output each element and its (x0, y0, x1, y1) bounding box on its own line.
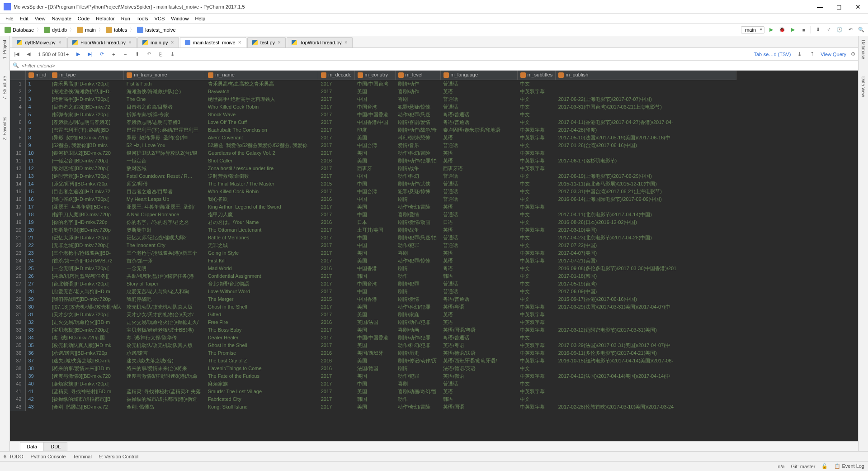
cell[interactable]: 42 (25, 395, 49, 403)
cell[interactable]: 拆弹专家/拆弹·专家 (124, 111, 205, 119)
cell[interactable]: [敌对区域][BD-mkv.720p.[ (49, 165, 124, 172)
cell[interactable]: [拆弹专家][HD-mkv.720p.[ (49, 111, 124, 119)
cell[interactable]: 粤语 (440, 265, 517, 272)
cell[interactable]: 动作/犯罪/惊悚 (395, 257, 440, 265)
table-row[interactable]: 3939[速度与激情8][BD-mkv.720速度与激情8/狂野时速8(港)/玩… (10, 372, 736, 380)
cell[interactable]: Shock Wave (205, 111, 318, 119)
cell[interactable]: 普通话 (440, 80, 517, 88)
column-m_publish[interactable]: m_publish (556, 71, 736, 80)
cell[interactable]: King Arthur: Legend of the Sword (205, 203, 318, 211)
cell[interactable]: [银河护卫队2][BD-mkv.720 (49, 149, 124, 157)
cell[interactable]: 爱情/音乐 (395, 142, 440, 149)
cell[interactable]: 印度 (354, 126, 395, 134)
table-row[interactable]: 99[52赫兹, 我爱你][BD-mkv.52 Hz, I Love You52… (10, 142, 736, 149)
cell[interactable]: 剧情 (395, 195, 440, 203)
cell[interactable]: 6 (25, 119, 49, 126)
table-row[interactable]: 2121[记忆大师][HD-mkv.720p.[记忆大师/记忆战/催眠大师2Ba… (10, 234, 736, 242)
table-row[interactable]: 1717[亚瑟王: 斗兽争霸][BD-mk亚瑟王: 斗兽争霸/亚瑟王: 圣剑/K… (10, 203, 736, 211)
cell[interactable]: 美国 (354, 388, 395, 395)
toolwin-Terminal[interactable]: Terminal (73, 454, 92, 459)
cell[interactable]: 中英双字幕 (517, 403, 556, 411)
cell[interactable]: 5 (25, 111, 49, 119)
close-button[interactable]: ✕ (852, 3, 864, 10)
cell[interactable]: 中文 (517, 180, 556, 188)
cell[interactable]: 亚瑟王: 斗兽争霸/亚瑟王: 圣剑/ (124, 203, 205, 211)
table-row[interactable]: 1414[师父/师傅][BD-mkv.720p.师父/师傅The Final M… (10, 180, 736, 188)
cell[interactable]: 29 (25, 295, 49, 303)
cell[interactable] (556, 319, 736, 326)
table-row[interactable]: 11[青禾男高][HD-mkv.720p.[Fist & Faith青禾男高/热… (10, 80, 736, 88)
menu-vcs[interactable]: VCS (152, 15, 168, 22)
cell[interactable]: 中文 (517, 103, 556, 111)
cell[interactable]: L'avenir/Things to Come (205, 365, 318, 372)
cell[interactable]: 土耳其/美国 (354, 226, 395, 234)
cell[interactable]: [[07.13][攻壳机动队/攻壳机动队 (49, 303, 124, 311)
cell[interactable]: [记忆大师][HD-mkv.720p.[ (49, 234, 124, 242)
cell[interactable]: 2017-06-22(上海电影节)/2017-07-07(中国) (556, 95, 736, 103)
cell[interactable]: 2016-10-15(纽约电影节)/2017-04-14(美国)/2017-06… (556, 357, 736, 365)
cell[interactable]: 巴霍巴利王(下): 终结/巴霍巴利王 (124, 126, 205, 134)
table-row[interactable]: 3838[将来的事/爱情未来][BD-m将来的事/爱情未来(台)/将来L'ave… (10, 365, 736, 372)
clone-row-icon[interactable]: ⎘ (156, 50, 165, 58)
cell[interactable]: 2017 (318, 103, 354, 111)
cell[interactable]: 2017 (318, 211, 354, 219)
close-icon[interactable]: × (128, 39, 132, 46)
cell[interactable]: 法语/德语/英语 (440, 365, 517, 372)
cell[interactable]: 52赫兹, 我爱你/52赫兹我爱你/52赫兹, 我爱你 (205, 142, 318, 149)
cell[interactable]: 中英双字幕 (517, 149, 556, 157)
column-m_subtitles[interactable]: m_subtitles (517, 71, 556, 80)
cell[interactable]: 剧情/动作/犯罪 (395, 334, 440, 342)
table-row[interactable]: 4343[金刚: 骷髅岛][BD-mkv.72金刚: 骷髅岛Kong: Skul… (10, 403, 736, 411)
table-row[interactable]: 3232[走火交易/玩命枪火][BD-m走火交易/玩命枪火(台)/操枪走火/Fr… (10, 319, 736, 326)
cell[interactable]: [共助/机密同盟/秘密任务][ (49, 272, 124, 280)
reload-icon[interactable]: ⟳ (98, 50, 106, 58)
table-row[interactable]: 1515[目击者之追凶][HD-mkv.72目击者之追凶/目擊者Who Kill… (10, 188, 736, 195)
cell[interactable]: 喜剧/动画 (395, 326, 440, 334)
cell[interactable]: [三个老枪手/抢钱耆兵][BD- (49, 249, 124, 257)
cell[interactable]: 38 (25, 365, 49, 372)
maximize-button[interactable]: ◻ (833, 3, 845, 10)
cell[interactable]: 中文 (517, 234, 556, 242)
cell[interactable]: Dealer Healer (205, 334, 318, 342)
table-row[interactable]: 33[绝世高手][HD-mkv.720p.[The One绝世高手/ 绝世高手之… (10, 95, 736, 103)
menu-view[interactable]: View (32, 15, 48, 22)
cell[interactable]: [师父/师傅][BD-mkv.720p. (49, 180, 124, 188)
close-icon[interactable]: × (344, 39, 348, 46)
cell[interactable]: 2017 (318, 388, 354, 395)
filter-input[interactable] (22, 63, 855, 68)
cell[interactable]: 美国/西班牙 (354, 349, 395, 357)
cell[interactable]: 2017-06-19(上海电影节)/2017-06-29(中国) (556, 172, 736, 180)
cell[interactable]: [毒. 诫][BD-mkv.720p.国 (49, 334, 124, 342)
cell[interactable]: Smurfs: The Lost Village (205, 388, 318, 395)
cell[interactable]: 美国 (354, 149, 395, 157)
tab-dytt8Moive-py[interactable]: dytt8Moive.py× (12, 37, 66, 48)
cell[interactable] (556, 88, 736, 95)
cell[interactable]: My Heart Leaps Up (124, 195, 205, 203)
cell[interactable]: The Merger (205, 295, 318, 303)
cell[interactable]: 中文 (517, 95, 556, 103)
cell[interactable]: Mad World (205, 265, 318, 272)
cell[interactable]: 普通话 (440, 195, 517, 203)
cell[interactable]: 敌对区域 (124, 165, 205, 172)
cell[interactable]: 动作/科幻/冒险 (395, 149, 440, 157)
cell[interactable]: 韩语 (440, 272, 517, 280)
cell[interactable]: 首杀/第一杀 (124, 257, 205, 265)
cell[interactable] (556, 203, 736, 211)
table-row[interactable]: 1919[你的名字.][HD-mkv.720p你的名字。/你的名字/君之名君の名… (10, 219, 736, 226)
cell[interactable]: 2017 (318, 203, 354, 211)
cell[interactable]: 28 (25, 288, 49, 295)
cell[interactable]: 普通话 (440, 172, 517, 180)
cell[interactable]: 2017 (318, 280, 354, 288)
cell[interactable]: [奥斯曼中尉][BD-mkv.720p (49, 226, 124, 234)
cell[interactable] (556, 365, 736, 372)
cell[interactable]: [目击者之追凶][BD-mkv.72 (49, 103, 124, 111)
cell[interactable]: 2017 (318, 380, 354, 388)
tool-Data-View[interactable]: Data View (860, 75, 867, 99)
menu-code[interactable]: Code (75, 15, 92, 22)
cell[interactable]: 一念无明 (124, 265, 205, 272)
cell[interactable]: 英语 (440, 134, 517, 142)
cell[interactable]: 英语/俄语 (440, 372, 517, 380)
cell[interactable]: 2015 (318, 295, 354, 303)
cell[interactable]: 剧情/爱情 (395, 295, 440, 303)
breadcrumb-item[interactable]: Database (3, 26, 36, 34)
